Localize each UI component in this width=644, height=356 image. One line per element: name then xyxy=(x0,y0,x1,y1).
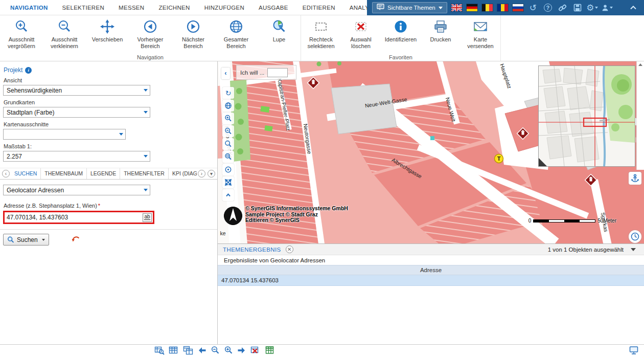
zoom-out-result-icon[interactable] xyxy=(211,346,220,355)
flag-german-icon[interactable] xyxy=(466,4,478,12)
right-panel-collapsed-strip[interactable] xyxy=(636,61,644,170)
tool-vorheriger-bereich[interactable]: Vorheriger Bereich xyxy=(129,15,172,50)
next-record-icon[interactable] xyxy=(237,346,246,355)
zoom-in-result-icon[interactable] xyxy=(224,346,233,355)
map-history-clock-button[interactable] xyxy=(629,230,641,243)
center-map-icon[interactable] xyxy=(222,164,234,175)
results-tab[interactable]: THEMENERGEBNIS xyxy=(223,247,281,253)
tool-label: Vorheriger Bereich xyxy=(130,36,170,50)
tool-auswahl-loeschen[interactable]: Auswahl löschen xyxy=(341,15,381,50)
grundkarten-select[interactable]: Stadtplan (Farbe) xyxy=(3,107,150,118)
tool-verschieben[interactable]: Verschieben xyxy=(86,15,129,50)
iwill-input[interactable] xyxy=(267,68,288,77)
menu-tab-zeichnen[interactable]: ZEICHNEN xyxy=(151,0,197,15)
tool-label: Drucken xyxy=(430,36,451,43)
tabs-scroll-left-icon[interactable]: ‹ xyxy=(2,170,10,177)
tool-ausschnitt-verkleinern[interactable]: Ausschnitt verkleinern xyxy=(43,15,86,50)
ribbon-group-label: Favoriten xyxy=(301,54,500,60)
result-table-icon[interactable] xyxy=(169,346,179,355)
info-icon[interactable]: i xyxy=(25,67,32,74)
menu-tab-ausgabe[interactable]: AUSGABE xyxy=(251,0,295,15)
collapse-map-toolbar-icon[interactable] xyxy=(222,189,234,201)
tabs-scroll-right-icon[interactable]: › xyxy=(198,170,205,177)
map-anchor-button[interactable] xyxy=(629,172,641,185)
menu-tab-navigation[interactable]: NAVIGATION xyxy=(3,0,55,15)
ribbon-toolbar: Ausschnitt vergrößern Ausschnitt verklei… xyxy=(0,15,644,61)
massstab-label: Maßstab 1: xyxy=(4,143,214,149)
kartenausschnitte-label: Kartenausschnitte xyxy=(4,121,214,127)
tab-kpi-diagramm[interactable]: KPI (DIAGRA xyxy=(169,168,197,179)
tab-themenbaum[interactable]: THEMENBAUM xyxy=(41,168,87,179)
overview-map[interactable] xyxy=(538,65,635,167)
chevron-down-icon xyxy=(119,133,123,136)
flag-romanian-icon[interactable] xyxy=(497,4,509,12)
collapse-left-panel-button[interactable]: ‹ xyxy=(221,68,230,79)
gear-icon[interactable]: ⚙ xyxy=(587,2,598,13)
tab-suchen[interactable]: SUCHEN xyxy=(11,168,41,179)
magnifier-icon[interactable] xyxy=(222,138,234,150)
north-arrow-compass[interactable] xyxy=(223,206,243,228)
chevron-down-icon[interactable] xyxy=(631,248,636,251)
tool-ausschnitt-vergroessern[interactable]: Ausschnitt vergrößern xyxy=(0,15,43,50)
tool-karte-versenden[interactable]: Karte versenden xyxy=(461,15,500,50)
tabs-more-icon[interactable]: ▾ xyxy=(208,170,215,177)
add-table-icon[interactable] xyxy=(183,346,193,355)
tool-lupe[interactable]: Lupe xyxy=(258,15,301,50)
results-column-header[interactable]: Adresse xyxy=(218,265,644,275)
iwill-search-box[interactable]: Ich will ... xyxy=(236,65,296,80)
address-input[interactable] xyxy=(5,214,143,221)
map-view[interactable]: Kapistran-Pieller-Platz Marburger Kai Ne… xyxy=(218,61,644,243)
zoom-in-icon[interactable] xyxy=(222,113,234,124)
geolocator-select[interactable]: Geolocator Adressen xyxy=(3,185,150,195)
back-refresh-icon[interactable]: ↺ xyxy=(527,2,539,13)
reset-undo-icon[interactable] xyxy=(72,236,80,243)
search-icon xyxy=(7,236,14,243)
ansicht-select[interactable]: Sehenswürdigkeiten xyxy=(3,85,150,96)
menu-tab-messen[interactable]: MESSEN xyxy=(111,0,151,15)
results-panel: THEMENERGEBNIS ✕ 1 von 1 Objekten ausgew… xyxy=(218,243,644,344)
export-excel-icon[interactable] xyxy=(265,346,275,355)
user-icon[interactable] xyxy=(602,2,613,13)
zoom-to-result-icon[interactable] xyxy=(154,346,165,355)
chevron-up-icon xyxy=(638,63,642,66)
table-row[interactable]: 47.070134 15.437603 xyxy=(218,275,644,286)
menu-tab-editieren[interactable]: EDITIEREN xyxy=(295,0,342,15)
flag-english-icon[interactable] xyxy=(451,4,463,12)
link-icon[interactable] xyxy=(557,2,568,13)
bottom-toolbar xyxy=(0,344,644,356)
visible-themes-button[interactable]: Sichtbare Themen xyxy=(372,2,447,13)
tab-themenfilter[interactable]: THEMENFILTER xyxy=(120,168,169,179)
menu-tab-selektieren[interactable]: SELEKTIEREN xyxy=(55,0,112,15)
massstab-select[interactable]: 2.257 xyxy=(3,151,150,162)
flag-russian-icon[interactable] xyxy=(512,4,524,12)
project-label: Projekt xyxy=(4,66,22,74)
previous-record-icon[interactable] xyxy=(197,346,206,355)
kartenausschnitte-select[interactable] xyxy=(3,129,126,140)
remove-result-table-icon[interactable] xyxy=(250,346,261,355)
ansicht-label: Ansicht xyxy=(4,77,214,83)
help-icon[interactable]: ? xyxy=(542,2,554,13)
default-extent-icon[interactable]: ↻ xyxy=(222,87,234,99)
tool-drucken[interactable]: Drucken xyxy=(421,15,461,50)
flag-belgian-icon[interactable] xyxy=(481,4,493,12)
menu-tab-hinzufuegen[interactable]: HINZUFÜGEN xyxy=(197,0,251,15)
globe-extent-icon[interactable] xyxy=(222,100,234,112)
tool-naechster-bereich[interactable]: Nächster Bereich xyxy=(172,15,215,50)
screen-display-icon[interactable] xyxy=(629,346,639,355)
collapse-ribbon-icon[interactable] xyxy=(628,2,639,13)
close-results-icon[interactable]: ✕ xyxy=(286,246,293,253)
poi-tram-stop-marker[interactable]: T xyxy=(495,154,503,163)
grundkarten-value: Stadtplan (Farbe) xyxy=(7,109,54,116)
tool-label: Auswahl löschen xyxy=(341,36,381,50)
tab-legende[interactable]: LEGENDE xyxy=(87,168,120,179)
pan-diagonal-icon[interactable] xyxy=(222,176,234,188)
scale-start-label: 0 xyxy=(528,218,532,224)
text-search-ab-icon[interactable]: ab xyxy=(143,213,152,222)
tool-identifizieren[interactable]: Identifizieren xyxy=(381,15,421,50)
save-icon[interactable] xyxy=(572,2,583,13)
zoom-out-icon[interactable] xyxy=(222,125,234,137)
zoom-window-icon[interactable] xyxy=(222,151,234,163)
search-button[interactable]: Suchen xyxy=(3,234,49,246)
tool-rechteck-selektieren[interactable]: Rechteck selektieren xyxy=(301,15,341,50)
tool-gesamter-bereich[interactable]: Gesamter Bereich xyxy=(215,15,258,50)
